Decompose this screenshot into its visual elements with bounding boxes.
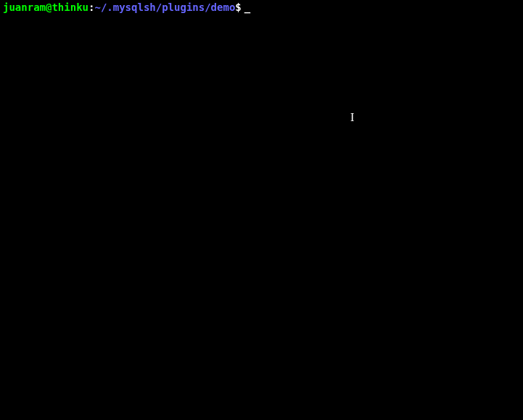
terminal-window[interactable]: juanram@thinku:~/.mysqlsh/plugins/demo$_ [0, 0, 523, 420]
prompt-line: juanram@thinku:~/.mysqlsh/plugins/demo$_ [3, 1, 250, 14]
prompt-symbol: $ [235, 1, 241, 13]
current-path: ~/.mysqlsh/plugins/demo [94, 1, 235, 13]
user-host: juanram@thinku [3, 1, 88, 13]
input-cursor: _ [244, 1, 250, 14]
